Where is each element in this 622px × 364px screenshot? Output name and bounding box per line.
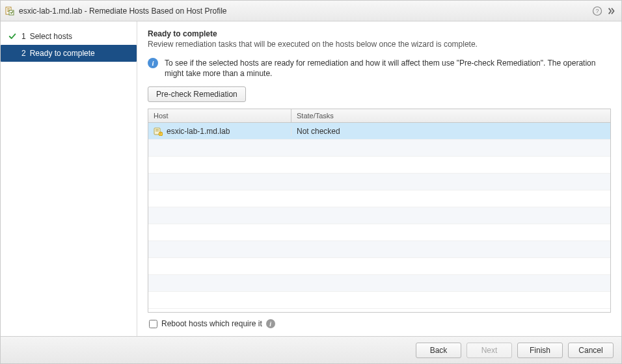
host-icon: ! [154, 127, 163, 136]
info-icon[interactable]: i [266, 319, 275, 328]
cancel-button[interactable]: Cancel [568, 343, 614, 358]
window-title: esxic-lab-1.md.lab - Remediate Hosts Bas… [19, 6, 591, 16]
table-row [148, 275, 610, 292]
svg-text:?: ? [595, 8, 599, 14]
host-state: Not checked [291, 127, 610, 136]
wizard-steps-sidebar: 1 Select hosts 2 Ready to complete [1, 21, 137, 336]
table-row [148, 190, 610, 207]
table-row [148, 207, 610, 224]
wizard-dialog: esxic-lab-1.md.lab - Remediate Hosts Bas… [0, 0, 622, 364]
host-name: esxic-lab-1.md.lab [167, 127, 230, 136]
page-subtitle: Review remediation tasks that will be ex… [148, 40, 611, 49]
table-row [148, 224, 610, 241]
back-button[interactable]: Back [416, 343, 461, 358]
expand-icon[interactable] [606, 5, 617, 17]
finish-button[interactable]: Finish [517, 343, 563, 358]
svg-rect-9 [156, 131, 159, 131]
table-row[interactable]: ! esxic-lab-1.md.lab Not checked [148, 123, 610, 140]
table-row [148, 258, 610, 275]
precheck-remediation-button[interactable]: Pre-check Remediation [148, 86, 246, 102]
hosts-table: Host State/Tasks ! esxic-lab-1.md.lab No… [148, 109, 611, 313]
table-row [148, 174, 610, 190]
help-icon[interactable]: ? [591, 5, 603, 17]
step-label: Ready to complete [30, 49, 95, 58]
next-button: Next [466, 343, 512, 358]
reboot-label: Reboot hosts which require it [161, 319, 262, 328]
reboot-option: Reboot hosts which require it i [148, 313, 611, 331]
step-ready-to-complete[interactable]: 2 Ready to complete [1, 45, 137, 62]
page-title: Ready to complete [148, 29, 611, 38]
table-row [148, 292, 610, 309]
check-icon [7, 32, 18, 40]
table-header: Host State/Tasks [148, 109, 610, 123]
wizard-footer: Back Next Finish Cancel [1, 336, 621, 363]
svg-text:!: ! [160, 132, 161, 136]
step-number: 1 [21, 32, 26, 41]
wizard-content: Ready to complete Review remediation tas… [137, 21, 621, 336]
host-profile-icon [5, 6, 15, 16]
step-select-hosts[interactable]: 1 Select hosts [1, 28, 137, 45]
info-text: To see if the selected hosts are ready f… [165, 58, 611, 79]
info-message: i To see if the selected hosts are ready… [148, 58, 611, 79]
table-row [148, 140, 610, 157]
column-header-state[interactable]: State/Tasks [291, 109, 610, 122]
svg-rect-1 [7, 8, 10, 9]
column-header-host[interactable]: Host [148, 109, 291, 122]
svg-rect-8 [156, 129, 159, 130]
table-row [148, 157, 610, 174]
titlebar: esxic-lab-1.md.lab - Remediate Hosts Bas… [1, 1, 621, 21]
table-body: ! esxic-lab-1.md.lab Not checked [148, 123, 610, 312]
step-label: Select hosts [30, 32, 72, 41]
step-number: 2 [21, 49, 26, 58]
reboot-checkbox[interactable] [149, 320, 157, 328]
table-row [148, 241, 610, 258]
info-icon: i [148, 58, 158, 68]
